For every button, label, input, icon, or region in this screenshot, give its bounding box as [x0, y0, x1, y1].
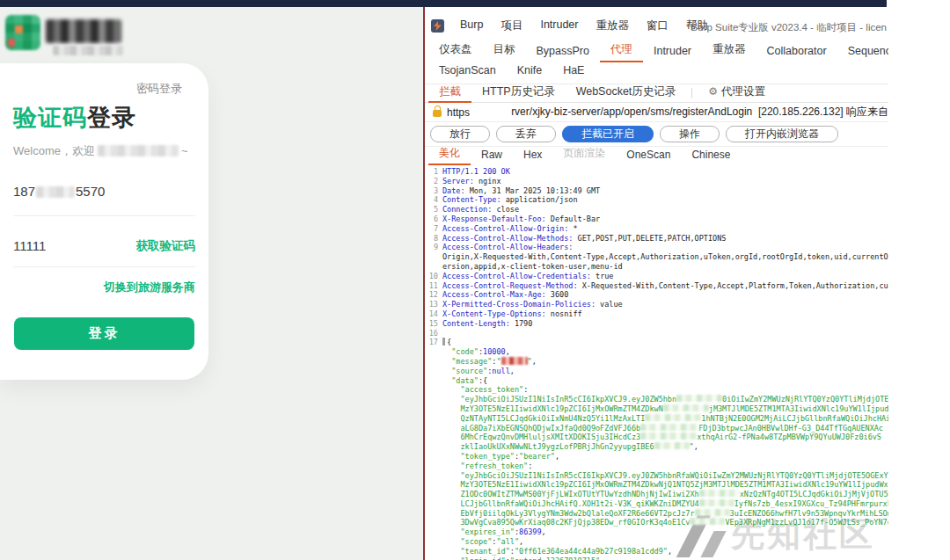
line-number: 2 — [425, 177, 442, 186]
password-login-tab[interactable]: 密码登录 — [136, 81, 182, 97]
editor-line: EbVfj0iilqOkLy3VlygYNm3Wdw2bQlaleQoXF2R6… — [425, 509, 888, 519]
page-title-highlight: 验证码 — [13, 105, 87, 131]
window-title: Burp Suite专业版 v2023.4 - 临时项目 - licen — [691, 21, 887, 34]
action-button[interactable]: 操作 — [660, 126, 720, 142]
tab-美化[interactable]: 美化 — [428, 146, 471, 165]
editor-line: 1HTTP/1.1 200 OK — [425, 167, 888, 177]
line-number — [425, 367, 442, 376]
phone-input-underline — [13, 215, 195, 216]
tab-仪表盘[interactable]: 仪表盘 — [428, 40, 483, 62]
tab-Chinese[interactable]: Chinese — [681, 149, 741, 165]
editor-line: 16 — [425, 329, 888, 338]
editor-line: 12Access-Control-Max-Age: 3600 — [425, 290, 888, 300]
switch-provider-link[interactable]: 切换到旅游服务商 — [104, 280, 195, 295]
tab-Collaborator[interactable]: Collaborator — [756, 43, 837, 62]
tab-OneScan[interactable]: OneScan — [616, 149, 681, 165]
forward-button[interactable]: 放行 — [430, 126, 490, 142]
editor-line: "refresh_token": — [425, 462, 888, 471]
editor-line: zklIaoUkUXxNWwNLtJ9ygzLofPBRjJhGn2yyupgI… — [425, 442, 888, 452]
editor-line: MzY3OTE5NzE1IiwidXNlc19pZCI6IjMxOWRmZTM4… — [425, 404, 888, 414]
tab-代理[interactable]: 代理 — [600, 40, 643, 62]
code-input-underline — [13, 266, 195, 267]
tab-TsojanScan[interactable]: TsojanScan — [428, 62, 507, 82]
tab-BypassPro[interactable]: BypassPro — [526, 43, 600, 62]
editor-line: 17{ — [425, 338, 888, 347]
line-number — [425, 385, 442, 395]
tab-HTTP历史记录[interactable]: HTTP历史记录 — [471, 84, 566, 103]
site-subtitle-redacted — [53, 46, 123, 55]
editor-line: "message":"", — [425, 357, 888, 367]
response-editor[interactable]: 1HTTP/1.1 200 OK2Server: nginx3Date: Mon… — [425, 165, 888, 560]
token-redacted-mosaic — [676, 395, 722, 402]
sms-code-input[interactable]: 11111 — [13, 238, 46, 253]
line-number — [425, 509, 442, 519]
line-number — [425, 347, 442, 357]
line-number: 7 — [425, 224, 442, 234]
tab-HaE[interactable]: HaE — [552, 62, 595, 82]
editor-line: Origin,X-Requested-With,Content-Type,Acc… — [425, 252, 888, 262]
line-number — [425, 414, 442, 424]
tab-divider — [691, 88, 692, 98]
drop-button[interactable]: 丢弃 — [496, 126, 556, 142]
tab-Intruder[interactable]: Intruder — [643, 43, 702, 62]
tab-Hex[interactable]: Hex — [513, 149, 552, 165]
tab-页面渲染[interactable]: 页面渲染 — [552, 146, 616, 165]
editor-line: aLG8Da7iXbEGNSQhQDjwIxJfaQd0Q9oFZdVFJ66b… — [425, 424, 888, 433]
open-browser-button[interactable]: 打开内嵌浏览器 — [726, 126, 838, 142]
burp-menu-bar: Burp项目Intruder重放器窗口帮助 Burp Suite专业版 v202… — [425, 7, 888, 35]
menu-item-窗口[interactable]: 窗口 — [638, 18, 677, 33]
get-sms-code-button[interactable]: 获取验证码 — [136, 238, 196, 254]
editor-line: "login_id":"extend_13367919715", — [425, 556, 888, 560]
line-number — [425, 556, 442, 560]
token-redacted-mosaic — [690, 518, 725, 525]
editor-line: "data":{ — [425, 376, 888, 386]
editor-line: 6MhCrEqwzQnvDMHluljsXMItXDOKISju3IHcdCz3… — [425, 433, 888, 442]
line-number: 14 — [425, 309, 442, 319]
phone-input[interactable]: 1875570 — [13, 184, 105, 199]
site-logo-redacted — [5, 15, 40, 50]
editor-line: "access_token": — [425, 385, 888, 395]
editor-line: 7Access-Control-Allow-Origin: * — [425, 224, 888, 234]
line-number — [425, 527, 442, 537]
welcome-text: Welcome，欢迎~ — [13, 143, 188, 159]
line-number: 4 — [425, 195, 442, 205]
message-view-tabs: 美化RawHex页面渲染OneScanChinese — [425, 147, 888, 165]
editor-line: "code":10000, — [425, 347, 888, 357]
editor-line: 3DwVgCva895QwKrXiaq08c2KFjQjp38EDw_rf0GI… — [425, 518, 888, 527]
menu-item-Intruder[interactable]: Intruder — [531, 18, 587, 33]
line-number: 8 — [425, 234, 442, 244]
line-number — [425, 480, 442, 490]
line-number: 12 — [425, 290, 442, 300]
welcome-name-redacted — [98, 145, 179, 156]
tab-目标[interactable]: 目标 — [483, 40, 526, 62]
line-number — [425, 462, 442, 471]
editor-line: Z1ODc0OWItZTMwMS00YjFjLWIxOTUtYTUwYzdhND… — [425, 490, 888, 499]
line-number — [425, 442, 442, 452]
lock-icon — [433, 110, 442, 117]
tab-Sequencer[interactable]: Sequencer — [837, 43, 888, 62]
tab-Knife[interactable]: Knife — [507, 62, 553, 82]
tab-WebSocket历史记录[interactable]: WebSocket历史记录 — [566, 84, 687, 103]
tab-Raw[interactable]: Raw — [471, 149, 513, 165]
intercept-buttons-row: 放行丢弃拦截已开启操作打开内嵌浏览器 — [425, 122, 888, 147]
menu-item-项目[interactable]: 项目 — [492, 18, 531, 33]
line-number: 6 — [425, 215, 442, 224]
line-number: 11 — [425, 281, 442, 291]
editor-line: "eyJhbGciOiJSUzI1NiIsInR5cCI6IkpXVCJ9.ey… — [425, 395, 888, 404]
login-card: 密码登录 验证码登录 Welcome，欢迎~ 1875570 11111 获取验… — [0, 63, 208, 380]
line-number: 16 — [425, 329, 442, 338]
intercept-toggle-button[interactable]: 拦截已开启 — [562, 126, 654, 142]
token-redacted-mosaic — [663, 404, 709, 411]
editor-line: "token_type":"bearer", — [425, 452, 888, 462]
editor-line: 13X-Permitted-Cross-Domain-Policies: val… — [425, 300, 888, 309]
tab-代理设置[interactable]: ⚙代理设置 — [698, 84, 776, 103]
page-title-rest: 登录 — [87, 105, 136, 131]
editor-line: 8Access-Control-Allow-Methods: GET,POST,… — [425, 234, 888, 244]
editor-line: 4Content-Type: application/json — [425, 195, 888, 205]
login-button[interactable]: 登录 — [14, 317, 194, 350]
menu-item-Burp[interactable]: Burp — [451, 18, 492, 33]
tab-拦截[interactable]: 拦截 — [428, 84, 471, 103]
menu-item-重放器[interactable]: 重放器 — [588, 18, 639, 33]
line-number — [425, 499, 442, 509]
tab-重放器[interactable]: 重放器 — [702, 40, 756, 62]
